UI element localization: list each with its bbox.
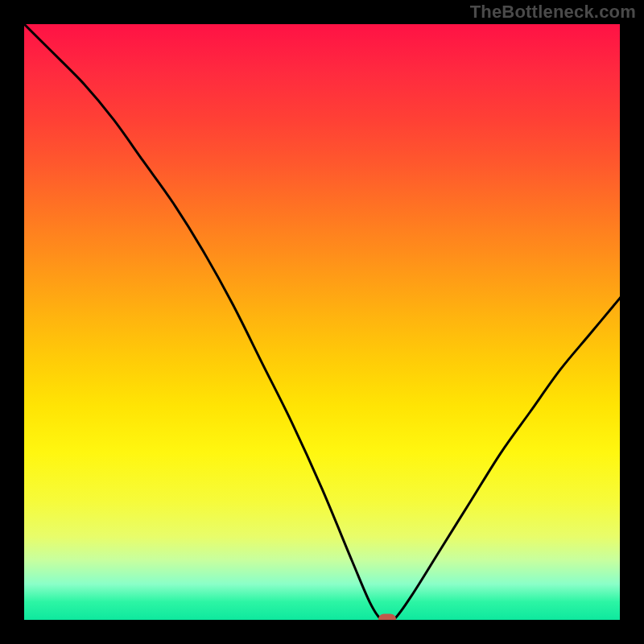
watermark-text: TheBottleneck.com	[470, 2, 636, 23]
curve-svg	[24, 24, 620, 620]
optimal-point-marker	[378, 614, 396, 621]
chart-frame: TheBottleneck.com	[0, 0, 644, 644]
plot-area	[24, 24, 620, 620]
bottleneck-curve-path	[24, 24, 620, 620]
